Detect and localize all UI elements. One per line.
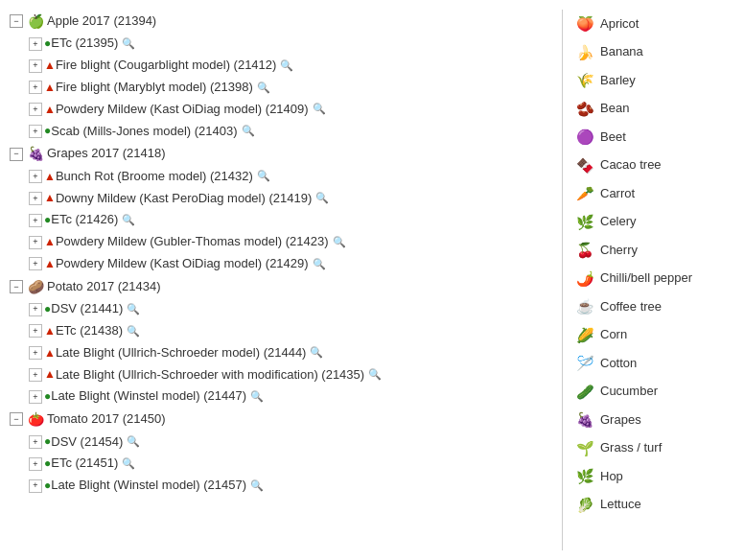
crop-label: Carrot [600,183,635,204]
expand-icon[interactable]: + [29,390,42,404]
expand-icon[interactable]: + [29,214,42,227]
tree-item[interactable]: + ▲ Powdery Mildew (Gubler-Thomas model)… [10,231,557,253]
child-icon: ● [44,455,51,473]
expand-icon[interactable]: + [29,324,42,338]
search-icon[interactable]: 🔍 [333,234,346,251]
crop-item[interactable]: 🪡 Cotton [572,349,734,378]
crop-icon: 🥒 [576,380,594,405]
expand-icon[interactable]: + [29,81,42,94]
crop-item[interactable]: 🥕 Carrot [572,179,734,208]
tree-item[interactable]: + ▲ Powdery Mildew (Kast OiDiag model) (… [10,253,557,275]
expand-icon[interactable]: + [29,37,42,51]
child-icon: ● [44,432,51,451]
search-icon[interactable]: 🔍 [122,212,135,229]
tree-item[interactable]: + ● DSV (21441) 🔍 [10,298,557,320]
crop-icon: 🪡 [576,351,594,376]
crops-panel: 🍑 Apricot 🍌 Banana 🌾 Barley 🫘 Bean 🟣 Bee… [562,10,734,550]
crop-label: Cacao tree [600,154,662,175]
tree-item[interactable]: + ● ETc (21451) 🔍 [10,453,557,475]
crop-label: Corn [600,324,627,345]
tree-item[interactable]: + ● DSV (21454) 🔍 [10,432,557,454]
expand-icon[interactable]: + [29,346,42,360]
crop-item[interactable]: 🍌 Banana [572,38,734,67]
crop-item[interactable]: 🍫 Cacao tree [572,152,734,180]
tree-item[interactable]: + ● Scab (Mills-Jones model) (21403) 🔍 [10,121,557,143]
child-icon: ▲ [44,79,56,97]
tree-item[interactable]: + ● ETc (21426) 🔍 [10,209,557,231]
crop-item[interactable]: 🌾 Barley [572,66,734,95]
tree-item[interactable]: + ▲ ETc (21438) 🔍 [10,320,557,342]
child-icon: ▲ [44,168,56,186]
crop-icon: 🌾 [576,68,594,93]
search-icon[interactable]: 🔍 [313,256,326,273]
tree-item[interactable]: + ● Late Blight (Winstel model) (21457) … [10,475,557,497]
search-icon[interactable]: 🔍 [127,323,140,340]
expand-icon[interactable]: + [29,170,42,183]
crop-item[interactable]: 🌿 Celery [572,208,734,237]
expand-icon[interactable]: + [29,59,42,73]
search-icon[interactable]: 🔍 [315,190,329,207]
expand-icon[interactable]: + [29,303,42,316]
crop-item[interactable]: 🍒 Cherry [572,236,734,265]
tree-item[interactable]: + ▲ Fire blight (Maryblyt model) (21398)… [10,77,557,99]
search-icon[interactable]: 🔍 [250,388,264,406]
child-label: ETc (21451) [51,454,118,474]
expand-icon[interactable]: + [29,192,42,205]
crop-item[interactable]: 🫘 Bean [572,95,734,124]
search-icon[interactable]: 🔍 [313,101,326,118]
expand-icon[interactable]: + [29,125,42,138]
crop-item[interactable]: 🌶️ Chilli/bell pepper [572,265,734,293]
group-icon: 🥔 [28,276,44,297]
tree-group-grapes2017[interactable]: − 🍇 Grapes 2017 (21418) [10,142,557,165]
tree-item[interactable]: + ▲ Fire blight (Cougarblight model) (21… [10,55,557,77]
crop-label: Apricot [600,13,639,35]
crop-item[interactable]: 🌿 Hop [572,462,734,491]
crop-label: Grass / turf [600,437,662,458]
tree-item[interactable]: + ▲ Late Blight (Ullrich-Schroeder model… [10,342,557,364]
search-icon[interactable]: 🔍 [257,168,270,185]
tree-item[interactable]: + ▲ Late Blight (Ullrich-Schroeder with … [10,364,557,386]
expand-icon[interactable]: + [29,368,42,382]
crop-item[interactable]: 🌱 Grass / turf [572,434,734,463]
collapse-icon[interactable]: − [10,412,23,426]
search-icon[interactable]: 🔍 [368,366,382,384]
crop-item[interactable]: ☕ Coffee tree [572,292,734,321]
crop-item[interactable]: 🍑 Apricot [572,10,734,38]
group-label: Apple 2017 (21394) [47,12,156,32]
expand-icon[interactable]: + [29,435,42,449]
search-icon[interactable]: 🔍 [242,123,255,140]
search-icon[interactable]: 🔍 [250,478,264,495]
search-icon[interactable]: 🔍 [127,301,140,318]
tree-group-apple2017[interactable]: − 🍏 Apple 2017 (21394) [10,10,557,33]
collapse-icon[interactable]: − [10,148,23,161]
child-icon: ▲ [44,365,56,384]
expand-icon[interactable]: + [29,257,42,270]
tree-item[interactable]: + ▲ Powdery Mildew (Kast OiDiag model) (… [10,99,557,121]
crop-item[interactable]: 🥬 Lettuce [572,491,734,520]
crop-item[interactable]: 🟣 Beet [572,123,734,152]
search-icon[interactable]: 🔍 [310,344,323,362]
search-icon[interactable]: 🔍 [280,58,293,75]
search-icon[interactable]: 🔍 [127,433,140,451]
crop-item[interactable]: 🌽 Corn [572,321,734,350]
expand-icon[interactable]: + [29,236,42,249]
crop-item[interactable]: 🍇 Grapes [572,406,734,434]
tree-group-potato2017[interactable]: − 🥔 Potato 2017 (21434) [10,275,557,298]
expand-icon[interactable]: + [29,479,42,493]
tree-item[interactable]: + ▲ Bunch Rot (Broome model) (21432) 🔍 [10,166,557,188]
tree-group-tomato2017[interactable]: − 🍅 Tomato 2017 (21450) [10,408,557,431]
search-icon[interactable]: 🔍 [257,80,270,97]
tree-item[interactable]: + ● ETc (21395) 🔍 [10,33,557,55]
tree-item[interactable]: + ▲ Downy Mildew (Kast PeroDiag model) (… [10,188,557,210]
expand-icon[interactable]: + [29,103,42,116]
search-icon[interactable]: 🔍 [122,35,135,53]
search-icon[interactable]: 🔍 [122,455,135,473]
collapse-icon[interactable]: − [10,280,23,293]
tree-item[interactable]: + ● Late Blight (Winstel model) (21447) … [10,385,557,408]
expand-icon[interactable]: + [29,457,42,471]
crops-list: 🍑 Apricot 🍌 Banana 🌾 Barley 🫘 Bean 🟣 Bee… [572,10,734,519]
crop-icon: 🍑 [576,12,594,36]
crop-item[interactable]: 🥒 Cucumber [572,378,734,407]
collapse-icon[interactable]: − [10,14,23,28]
tree-root: − 🍏 Apple 2017 (21394) + ● ETc (21395) 🔍… [10,10,557,497]
